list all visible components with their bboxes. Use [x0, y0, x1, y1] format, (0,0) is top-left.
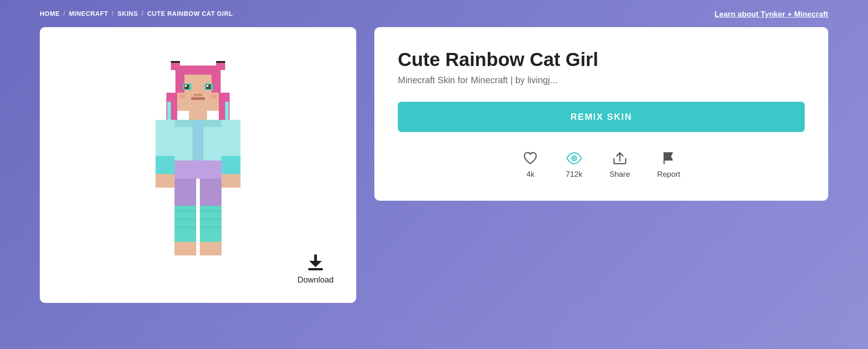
svg-rect-32: [222, 174, 241, 188]
svg-rect-13: [207, 85, 208, 87]
breadcrumb-sep2: /: [112, 10, 113, 17]
svg-rect-14: [193, 94, 203, 96]
svg-rect-31: [222, 156, 241, 174]
breadcrumb-minecraft[interactable]: MINECRAFT: [69, 10, 108, 17]
breadcrumb-home[interactable]: HOME: [40, 10, 60, 17]
download-button[interactable]: Download: [297, 253, 334, 285]
skin-preview-card: Download: [40, 27, 356, 303]
like-action[interactable]: 4k: [522, 150, 538, 179]
svg-rect-37: [175, 242, 196, 255]
flag-icon: [660, 150, 677, 166]
breadcrumb-skins[interactable]: SKINS: [118, 10, 138, 17]
download-icon: [306, 253, 326, 273]
svg-rect-26: [175, 160, 222, 179]
svg-rect-43: [200, 218, 222, 220]
main-content: Download Cute Rainbow Cat Girl Minecraft…: [0, 27, 868, 303]
report-label: Report: [657, 170, 680, 179]
action-row: 4k 712k: [398, 150, 805, 179]
svg-marker-47: [309, 261, 322, 267]
svg-rect-42: [200, 210, 222, 212]
svg-rect-33: [175, 179, 196, 206]
svg-rect-16: [179, 94, 185, 98]
views-action[interactable]: 712k: [566, 150, 582, 179]
svg-rect-29: [156, 174, 175, 188]
svg-rect-44: [200, 226, 222, 228]
svg-rect-6: [171, 61, 180, 63]
svg-rect-41: [175, 226, 196, 228]
svg-rect-45: [308, 268, 323, 270]
breadcrumb-sep3: /: [142, 10, 143, 17]
svg-rect-28: [156, 156, 175, 174]
info-card: Cute Rainbow Cat Girl Minecraft Skin for…: [374, 27, 828, 201]
skin-subtitle: Minecraft Skin for Minecraft | by living…: [398, 75, 805, 85]
share-action[interactable]: Share: [609, 150, 630, 179]
share-icon: [612, 150, 628, 166]
svg-rect-38: [200, 242, 222, 255]
svg-rect-15: [191, 97, 205, 100]
tynker-minecraft-link[interactable]: Learn about Tynker + Minecraft: [715, 10, 828, 19]
share-label: Share: [609, 170, 630, 179]
skin-title: Cute Rainbow Cat Girl: [398, 49, 805, 71]
svg-rect-39: [175, 210, 196, 212]
remix-skin-button[interactable]: REMIX SKIN: [398, 102, 805, 132]
heart-icon: [522, 150, 538, 166]
breadcrumb-current: CUTE RAINBOW CAT GIRL: [147, 10, 233, 17]
svg-rect-12: [185, 85, 187, 87]
svg-rect-17: [211, 94, 217, 98]
skin-svg: [139, 61, 257, 269]
download-label: Download: [297, 275, 334, 285]
svg-rect-22: [189, 111, 207, 120]
svg-rect-34: [200, 179, 222, 206]
eye-icon: [566, 150, 582, 166]
report-action[interactable]: Report: [657, 150, 680, 179]
svg-point-49: [573, 157, 575, 160]
like-count: 4k: [526, 170, 534, 179]
breadcrumb-sep1: /: [63, 10, 65, 17]
views-count: 712k: [566, 170, 582, 179]
svg-rect-40: [175, 218, 196, 220]
svg-rect-7: [216, 61, 225, 63]
